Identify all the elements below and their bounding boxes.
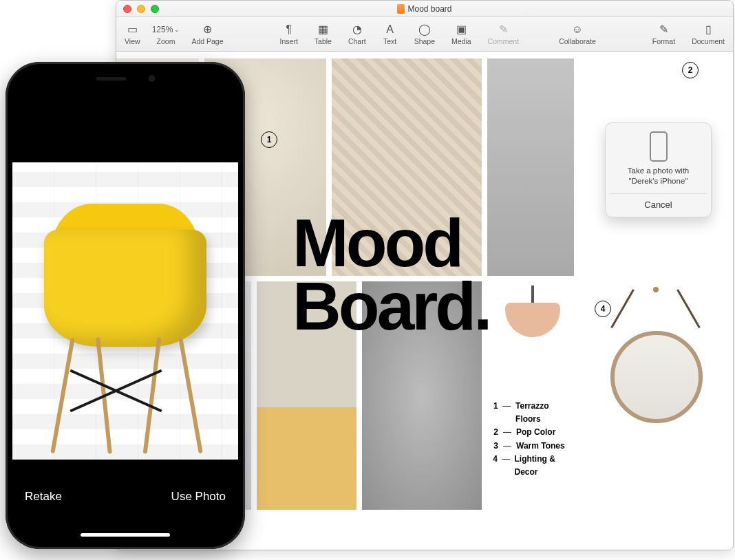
legend-dash: — <box>502 453 511 479</box>
use-photo-button[interactable]: Use Photo <box>171 490 226 504</box>
speaker-slot <box>96 77 126 80</box>
popover-message: Take a photo with "Derek's iPhone" <box>610 166 707 193</box>
toolbar-center-group: ¶ Insert ▦ Table ◔ Chart A Text ◯ Shape … <box>280 23 520 45</box>
format-label: Format <box>652 37 675 45</box>
shape-button[interactable]: ◯ Shape <box>414 23 435 45</box>
comment-button[interactable]: ✎ Comment <box>488 23 520 45</box>
chart-button[interactable]: ◔ Chart <box>348 23 366 45</box>
chevron-down-icon: ⌄ <box>174 26 180 33</box>
media-icon: ▣ <box>454 23 469 36</box>
lamp-cord <box>531 286 534 305</box>
view-icon: ▭ <box>125 23 140 36</box>
collaborate-button[interactable]: ☺ Collaborate <box>559 23 596 45</box>
document-button[interactable]: ▯ Document <box>692 23 725 45</box>
table-button[interactable]: ▦ Table <box>315 23 332 45</box>
camera-bottom-bar: Retake Use Photo <box>12 473 238 542</box>
chart-label: Chart <box>348 37 366 45</box>
window-title-area: Mood board <box>116 4 733 14</box>
mirror-hook <box>653 287 659 292</box>
format-button[interactable]: ✎ Format <box>652 23 675 45</box>
legend-dash: — <box>502 400 511 426</box>
mirror-strap <box>677 289 701 328</box>
collaborate-icon: ☺ <box>570 23 585 36</box>
legend-dash: — <box>502 426 512 439</box>
text-icon: A <box>383 23 398 36</box>
mirror-strap <box>610 289 635 328</box>
document-label: Document <box>692 37 725 45</box>
legend-label: Lighting & Decor <box>514 453 574 479</box>
legend-row: 4 — Lighting & Decor <box>491 453 574 479</box>
legend-label: Terrazzo Floors <box>515 400 574 426</box>
callout-marker-1[interactable]: 1 <box>261 131 277 148</box>
callout-marker-2[interactable]: 2 <box>682 62 699 78</box>
popover-cancel-button[interactable]: Cancel <box>610 193 707 217</box>
home-indicator[interactable] <box>81 533 170 537</box>
legend-num: 1 <box>491 400 498 426</box>
legend-row: 1 — Terrazzo Floors <box>491 400 574 426</box>
retake-button[interactable]: Retake <box>25 490 62 504</box>
image-tile-mirror[interactable] <box>598 280 715 504</box>
comment-icon: ✎ <box>496 23 511 36</box>
add-page-button[interactable]: ⊕ Add Page <box>191 23 223 45</box>
toolbar: ▭ View 125% ⌄ Zoom ⊕ Add Page ¶ Insert ▦… <box>116 17 733 52</box>
legend-label: Warm Tones <box>516 440 565 453</box>
mirror-circle <box>610 331 703 423</box>
chart-icon: ◔ <box>350 23 365 36</box>
shape-icon: ◯ <box>417 23 432 36</box>
iphone-device: Retake Use Photo <box>6 62 245 549</box>
chair-seat <box>44 230 206 347</box>
add-page-label: Add Page <box>191 37 223 45</box>
document-icon: ▯ <box>701 23 716 36</box>
zoom-control[interactable]: 125% ⌄ Zoom <box>157 23 175 45</box>
media-label: Media <box>451 37 471 45</box>
lamp-illustration <box>498 286 567 389</box>
pages-doc-icon <box>397 4 405 14</box>
legend-label: Pop Color <box>516 426 555 439</box>
insert-button[interactable]: ¶ Insert <box>280 23 298 45</box>
legend-list[interactable]: 1 — Terrazzo Floors 2 — Pop Color 3 — Wa… <box>491 400 574 479</box>
document-headline[interactable]: Mood Board. <box>292 211 489 338</box>
table-label: Table <box>315 37 332 45</box>
front-camera-icon <box>148 75 155 82</box>
zoom-value: 125% <box>152 25 173 34</box>
format-icon: ✎ <box>656 23 671 36</box>
chair-leg <box>143 337 162 453</box>
add-page-icon: ⊕ <box>200 23 215 36</box>
legend-row: 2 — Pop Color <box>491 426 574 439</box>
view-label: View <box>125 37 140 45</box>
camera-preview <box>12 162 238 460</box>
legend-row: 3 — Warm Tones <box>491 440 574 453</box>
chair-leg <box>50 338 74 453</box>
iphone-screen: Retake Use Photo <box>12 69 238 542</box>
lamp-shade <box>505 303 560 337</box>
insert-label: Insert <box>280 37 298 45</box>
media-button[interactable]: ▣ Media <box>451 23 471 45</box>
callout-marker-4[interactable]: 4 <box>595 301 611 317</box>
chair-leg <box>178 338 202 453</box>
collaborate-label: Collaborate <box>559 37 596 45</box>
legend-num: 3 <box>491 440 498 453</box>
phone-outline-icon <box>650 131 668 162</box>
shape-label: Shape <box>414 37 435 45</box>
legend-num: 2 <box>491 426 498 439</box>
iphone-notch <box>69 69 182 88</box>
zoom-label: Zoom <box>157 37 175 45</box>
zoom-value-display: 125% ⌄ <box>158 23 173 36</box>
image-tile-concrete[interactable] <box>487 58 574 276</box>
view-button[interactable]: ▭ View <box>125 23 140 45</box>
comment-label: Comment <box>488 37 520 45</box>
legend-num: 4 <box>491 453 498 479</box>
insert-icon: ¶ <box>281 23 297 36</box>
window-title: Mood board <box>407 4 451 14</box>
text-button[interactable]: A Text <box>383 23 398 45</box>
titlebar: Mood board <box>116 1 733 17</box>
legend-dash: — <box>502 440 512 453</box>
continuity-camera-popover: Take a photo with "Derek's iPhone" Cance… <box>605 122 712 217</box>
table-icon: ▦ <box>315 23 330 36</box>
text-label: Text <box>383 37 396 45</box>
